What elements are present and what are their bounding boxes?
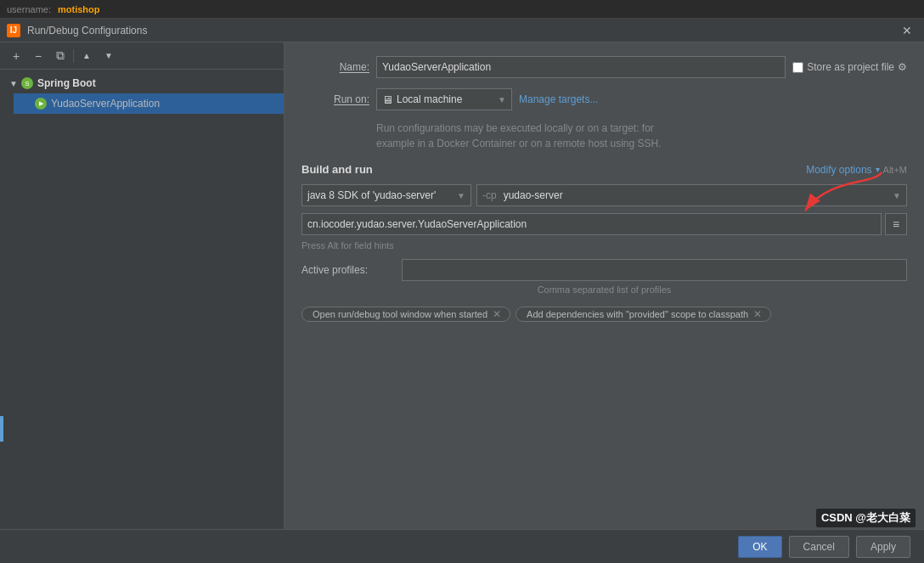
local-machine-icon: 🖥 <box>382 93 393 106</box>
app-icon: IJ <box>7 24 20 37</box>
main-class-input[interactable] <box>301 213 882 235</box>
ok-button[interactable]: OK <box>738 536 781 558</box>
username-label: username: <box>7 4 51 14</box>
tag-add-dependencies-label: Add dependencies with "provided" scope t… <box>527 309 748 319</box>
username-value: motishop <box>58 4 100 14</box>
title-bar: IJ Run/Debug Configurations ✕ <box>0 19 924 42</box>
cancel-button[interactable]: Cancel <box>789 536 849 558</box>
toolbar-divider <box>73 49 74 63</box>
sdk-select[interactable]: java 8 SDK of 'yudao-server' ▼ <box>301 184 471 206</box>
close-button[interactable]: ✕ <box>897 22 917 39</box>
run-config-icon: ▶ <box>34 97 48 110</box>
gear-icon[interactable]: ⚙ <box>898 61 907 73</box>
store-project-area: Store as project file ⚙ <box>792 61 907 73</box>
store-project-checkbox[interactable] <box>792 62 803 73</box>
sdk-select-arrow-icon: ▼ <box>457 191 465 200</box>
info-text: Run configurations may be executed local… <box>376 121 907 151</box>
run-on-select[interactable]: 🖥 Local machine ▼ <box>376 88 512 110</box>
tag-open-run-debug-close[interactable]: ✕ <box>493 309 501 319</box>
right-panel: Name: Store as project file ⚙ Run on: 🖥 … <box>285 42 924 563</box>
main-container: + − ⧉ ▲ ▼ ▼ S Spring Boot <box>0 42 924 563</box>
store-project-label: Store as project file <box>807 61 894 73</box>
manage-targets-link[interactable]: Manage targets... <box>519 93 598 105</box>
run-on-label: Run on: <box>301 93 369 105</box>
spring-boot-icon: S <box>20 76 34 90</box>
active-profiles-row: Active profiles: <box>301 259 907 281</box>
run-on-value: Local machine <box>397 93 498 105</box>
run-on-arrow-icon: ▼ <box>498 95 506 104</box>
tag-add-dependencies-close[interactable]: ✕ <box>753 309 762 319</box>
add-button[interactable]: + <box>7 47 25 65</box>
tree-item-yudao-app[interactable]: ▶ YudaoServerApplication <box>14 93 284 114</box>
move-down-button[interactable]: ▼ <box>99 47 118 65</box>
active-profiles-label: Active profiles: <box>301 264 395 276</box>
yudao-app-label: YudaoServerApplication <box>51 98 160 110</box>
annotation-arrow <box>797 168 899 219</box>
tag-add-dependencies: Add dependencies with "provided" scope t… <box>516 307 771 322</box>
tree-group-spring: ▶ YudaoServerApplication <box>0 93 284 114</box>
copy-button[interactable]: ⧉ <box>51 47 70 65</box>
spring-boot-label: Spring Boot <box>37 77 96 89</box>
classpath-prefix: -cp <box>482 189 497 201</box>
tag-open-run-debug-label: Open run/debug tool window when started <box>313 309 487 319</box>
run-on-row: Run on: 🖥 Local machine ▼ Manage targets… <box>301 88 907 110</box>
toolbar: + − ⧉ ▲ ▼ <box>0 42 284 70</box>
field-hint: Press Alt for field hints <box>301 240 907 251</box>
dialog-title: Run/Debug Configurations <box>27 25 147 37</box>
active-profiles-input[interactable] <box>402 259 907 281</box>
config-tree: ▼ S Spring Boot ▶ YudaoServerApplication <box>0 70 284 559</box>
profiles-hint: Comma separated list of profiles <box>301 284 907 295</box>
name-label: Name: <box>301 61 369 73</box>
bottom-bar: CSDN @老大白菜 OK Cancel Apply <box>0 529 924 563</box>
section-title: Build and run <box>301 163 373 176</box>
name-row: Name: Store as project file ⚙ <box>301 56 907 78</box>
apply-button[interactable]: Apply <box>856 536 910 558</box>
tag-open-run-debug: Open run/debug tool window when started … <box>301 307 510 322</box>
name-input[interactable] <box>376 56 786 78</box>
tree-item-spring-boot[interactable]: ▼ S Spring Boot <box>0 73 284 93</box>
remove-button[interactable]: − <box>29 47 48 65</box>
left-panel: + − ⧉ ▲ ▼ ▼ S Spring Boot <box>0 42 285 563</box>
watermark: CSDN @老大白菜 <box>816 509 916 527</box>
left-indicator <box>0 416 3 442</box>
tree-expand-icon: ▼ <box>7 79 20 88</box>
top-bar: username: motishop <box>0 0 924 19</box>
move-up-button[interactable]: ▲ <box>77 47 96 65</box>
tags-row: Open run/debug tool window when started … <box>301 307 907 322</box>
sdk-value: java 8 SDK of 'yudao-server' <box>307 189 454 201</box>
